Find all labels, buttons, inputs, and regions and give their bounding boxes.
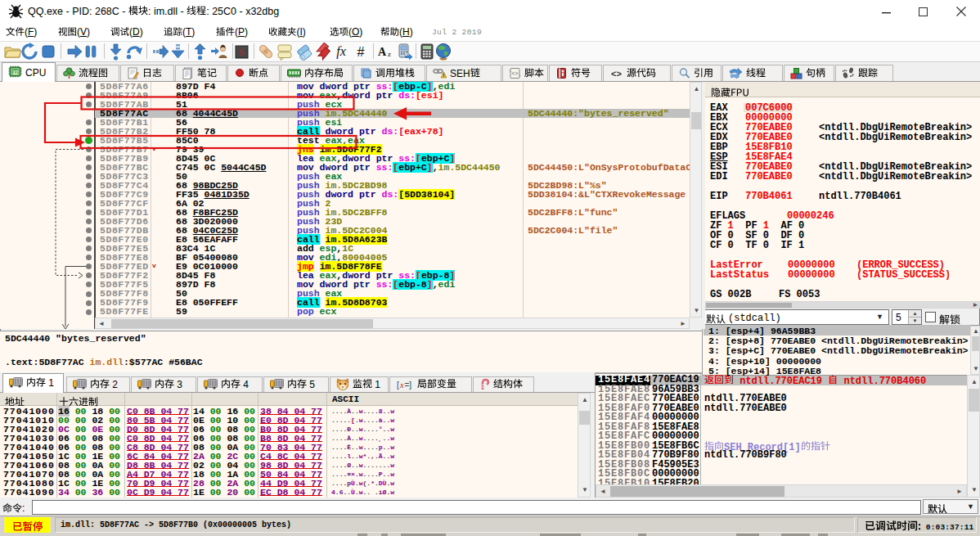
- svg-text:<>: <>: [611, 68, 622, 78]
- svg-text:<>: <>: [511, 71, 518, 77]
- svg-text:fx: fx: [336, 44, 346, 59]
- svg-text:32: 32: [12, 70, 19, 75]
- svg-text:#: #: [357, 45, 365, 59]
- svg-text:S: S: [239, 47, 245, 58]
- svg-text:z: z: [388, 50, 391, 58]
- svg-text:A: A: [378, 46, 387, 58]
